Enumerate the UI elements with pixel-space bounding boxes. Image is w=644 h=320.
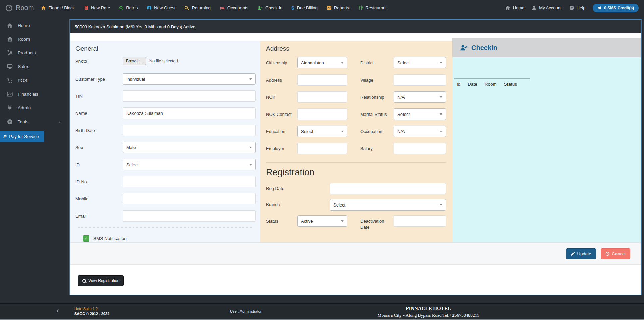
nav-item-new-rate[interactable]: New Rate	[84, 5, 110, 10]
branch-select[interactable]: Select	[330, 199, 446, 211]
sidebar-item-sales[interactable]: Sales	[0, 60, 66, 74]
customer-type-select[interactable]: Individual	[123, 73, 256, 85]
address-heading: Address	[266, 45, 452, 52]
customer-type-row: Customer Type Individual	[75, 73, 260, 85]
photo-label: Photo	[75, 59, 123, 64]
nav-item-returning[interactable]: Returning	[184, 5, 210, 10]
relationship-select[interactable]: N/A	[394, 91, 446, 103]
employer-salary-row: Employer Salary	[266, 143, 452, 154]
email-input[interactable]	[123, 210, 256, 222]
village-input[interactable]	[394, 74, 446, 86]
brand[interactable]: Room	[0, 4, 41, 12]
nav-item-rates[interactable]: Rates	[119, 5, 138, 10]
nav-item-help[interactable]: ? Help	[569, 5, 586, 10]
update-button[interactable]: Update	[566, 248, 596, 259]
id-row: ID Select	[75, 159, 260, 170]
plus-circle-icon	[7, 119, 13, 125]
nav-item-reports[interactable]: Reports	[327, 5, 350, 10]
citizenship-value: Afghanistan	[301, 60, 324, 65]
pay-for-service-button[interactable]: P Pay for Service	[0, 131, 44, 142]
nok-contact-input[interactable]	[297, 108, 347, 120]
nav-item-occupants[interactable]: Occupants	[220, 5, 248, 10]
nav-item-check-in[interactable]: Check In	[257, 5, 282, 10]
chevron-down-icon	[440, 131, 442, 132]
name-label: Name	[75, 111, 123, 116]
status-select[interactable]: Active	[297, 215, 347, 227]
relationship-label: Relationship	[360, 91, 394, 103]
dollar-icon: $	[291, 5, 294, 10]
nav-label: New Rate	[91, 5, 110, 10]
chevron-down-icon	[440, 113, 442, 115]
nav-item-restaurant[interactable]: Restaurant	[358, 5, 387, 10]
chevron-left-icon[interactable]: ‹	[56, 307, 59, 314]
district-label: District	[360, 57, 394, 68]
occupation-select[interactable]: N/A	[394, 126, 446, 137]
paypal-icon: P	[3, 134, 6, 139]
cancel-label: Cancel	[612, 251, 626, 256]
sidebar-item-products[interactable]: Products	[0, 46, 66, 60]
occupation-label: Occupation	[360, 126, 394, 137]
cart-icon	[7, 78, 13, 83]
nav-item-due-billing[interactable]: $ Due Billing	[291, 5, 318, 10]
sidebar-label: Admin	[18, 105, 31, 110]
deactivation-date-input[interactable]	[394, 215, 446, 227]
sidebar-item-financials[interactable]: Financials	[0, 87, 66, 101]
svg-text:?: ?	[571, 6, 572, 10]
sms-credits-button[interactable]: 0 SMS Credit(s)	[593, 4, 639, 12]
marital-status-select[interactable]: Select	[394, 108, 446, 120]
id-select[interactable]: Select	[123, 159, 256, 170]
checkin-panel: Checkin Id Date Room Status	[452, 38, 641, 242]
address-input[interactable]	[297, 74, 347, 86]
birth-date-input[interactable]	[123, 125, 256, 136]
browse-button[interactable]: Browse...	[123, 57, 146, 65]
nav-label: Restaurant	[365, 5, 387, 10]
sidebar-item-admin[interactable]: Admin	[0, 101, 66, 115]
footer-user: User: Administrator	[230, 309, 262, 313]
chevron-down-icon	[249, 164, 252, 166]
sidebar-item-room[interactable]: Room	[0, 32, 66, 46]
sidebar-item-tools[interactable]: Tools ‹	[0, 115, 66, 129]
village-label: Village	[360, 74, 394, 86]
nav-label: Returning	[192, 5, 210, 10]
nav-menu: Floors / Block New Rate Rates New Guest …	[41, 5, 387, 10]
id-label: ID	[75, 162, 123, 167]
name-input[interactable]	[123, 107, 256, 119]
sidebar: Home Room Products Sales POS Financials …	[0, 16, 66, 303]
reg-date-input[interactable]	[330, 183, 446, 194]
sidebar-label: Room	[18, 37, 30, 42]
nav-item-home[interactable]: Home	[505, 5, 525, 10]
mobile-input[interactable]	[123, 193, 256, 204]
nav-item-new-guest[interactable]: New Guest	[147, 5, 175, 10]
branch-row: Branch Select	[266, 199, 452, 211]
view-registration-button[interactable]: View Registration	[78, 275, 124, 286]
email-row: Email	[75, 210, 260, 222]
status-label: Status	[266, 215, 297, 230]
checkin-col-status: Status	[504, 82, 517, 87]
education-select[interactable]: Select	[297, 126, 347, 137]
citizenship-select[interactable]: Afghanistan	[297, 57, 347, 68]
nok-contact-label: NOK Contact	[266, 108, 297, 120]
utensils-icon	[358, 5, 363, 10]
sex-value: Male	[126, 145, 136, 150]
sms-notification-checkbox[interactable]	[83, 235, 89, 242]
employer-input[interactable]	[297, 143, 347, 154]
nav-item-floors-block[interactable]: Floors / Block	[41, 5, 75, 10]
id-no-input[interactable]	[123, 176, 256, 187]
chevron-down-icon	[341, 62, 344, 64]
district-select[interactable]: Select	[394, 57, 446, 68]
cancel-button[interactable]: Cancel	[601, 248, 630, 259]
salary-input[interactable]	[394, 143, 446, 154]
checkin-col-date: Date	[468, 82, 477, 87]
section-divider	[266, 162, 446, 163]
sidebar-item-home[interactable]: Home	[0, 18, 66, 32]
nav-label: Rates	[126, 5, 138, 10]
address-village-row: Address Village	[266, 74, 452, 86]
name-row: Name	[75, 107, 260, 119]
tin-input[interactable]	[123, 90, 256, 102]
sex-select[interactable]: Male	[123, 142, 256, 153]
nav-item-my-account[interactable]: My Account	[532, 5, 561, 10]
nav-label: Check In	[265, 5, 282, 10]
room-icon	[7, 36, 13, 42]
sidebar-item-pos[interactable]: POS	[0, 74, 66, 87]
nok-input[interactable]	[297, 91, 347, 103]
